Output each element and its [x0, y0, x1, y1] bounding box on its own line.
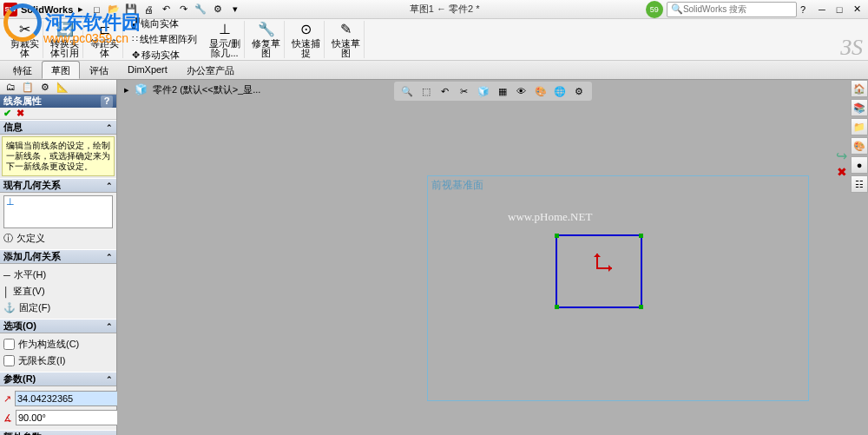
display-relations-button[interactable]: ⊥ 显示/删除几... — [206, 21, 245, 58]
view-toolbar: 🔍 ⬚ ↶ ✂ 🧊 ▦ 👁 🎨 🌐 ⚙ — [394, 82, 592, 101]
maximize-button[interactable]: □ — [832, 3, 847, 16]
help-icon[interactable]: ? — [800, 4, 806, 15]
cancel-sketch-icon[interactable]: ✖ — [837, 165, 847, 179]
source-watermark: 河东软件园 www.pc0359.cn — [3, 3, 141, 42]
relations-list[interactable]: ⊥ — [3, 195, 113, 228]
options-section-header[interactable]: 选项(O) ⌃ — [0, 319, 116, 333]
notification-badge[interactable]: 59 — [646, 1, 663, 18]
tab-sketch[interactable]: 草图 — [42, 61, 80, 79]
cancel-button[interactable]: ✖ — [16, 108, 24, 119]
existing-relations-header[interactable]: 现有几何关系 ⌃ — [0, 178, 116, 193]
sketch-rectangle[interactable] — [556, 234, 642, 308]
appearance-button[interactable]: 🎨 — [533, 83, 549, 99]
dim-tab-icon[interactable]: 📐 — [56, 80, 69, 94]
info-section-header[interactable]: 信息 ⌃ — [0, 120, 116, 135]
feature-tree-icon[interactable]: 🗂 — [3, 80, 17, 94]
qat-more-button[interactable]: ▾ — [227, 2, 243, 17]
zoom-fit-button[interactable]: 🔍 — [399, 83, 415, 99]
view-palette-tab[interactable]: 🎨 — [851, 137, 868, 155]
repair-icon: 🔧 — [258, 21, 275, 37]
extra-params-header[interactable]: 额外参数 — [0, 430, 116, 435]
prev-view-button[interactable]: ↶ — [437, 83, 453, 99]
redo-button[interactable]: ↷ — [175, 2, 191, 17]
minimize-button[interactable]: ─ — [814, 3, 830, 16]
collapse-icon: ⌃ — [106, 123, 113, 132]
confirm-corner-icon[interactable]: ↪ — [836, 148, 847, 164]
info-icon: ⓘ — [3, 232, 13, 245]
property-title: 线条属性 — [3, 95, 42, 108]
fix-relation-button[interactable]: ⚓固定(F) — [3, 300, 113, 316]
display-style-button[interactable]: ▦ — [495, 83, 510, 99]
command-tabs: 特征 草图 评估 DimXpert 办公室产品 — [0, 61, 868, 80]
length-icon: ↗ — [3, 393, 11, 405]
undo-button[interactable]: ↶ — [158, 2, 174, 17]
x-axis-icon — [596, 267, 612, 269]
file-explorer-tab[interactable]: 📁 — [851, 118, 868, 135]
options-button[interactable]: ⚙ — [210, 2, 226, 17]
manager-tabs: 🗂 📋 ⚙ 📐 — [0, 80, 116, 95]
collapse-icon: ⌃ — [106, 375, 113, 384]
expand-icon[interactable]: ▸ — [124, 84, 129, 96]
fix-icon: ⚓ — [3, 302, 16, 313]
view-settings-button[interactable]: ⚙ — [571, 83, 587, 99]
add-relations-body: ─水平(H) │竖直(V) ⚓固定(F) — [0, 264, 116, 319]
relation-anchor-icon: ⊥ — [6, 196, 15, 207]
horizontal-relation-button[interactable]: ─水平(H) — [3, 267, 113, 283]
search-icon: 🔍 — [671, 3, 683, 15]
search-input[interactable] — [683, 4, 793, 14]
search-box[interactable]: 🔍 — [667, 2, 797, 17]
angle-icon: ∡ — [3, 412, 12, 424]
watermark-text: www.pHome.NET — [508, 210, 592, 224]
section-view-button[interactable]: ✂ — [457, 83, 472, 99]
part-icon: 🧊 — [135, 83, 148, 96]
breadcrumb-text[interactable]: 零件2 (默认<<默认>_显... — [153, 83, 260, 96]
snap-icon: ⊙ — [300, 21, 312, 37]
move-icon: ✥ — [132, 49, 140, 61]
repair-sketch-button[interactable]: 🔧 修复草图 — [248, 21, 285, 58]
overlay-logo-icon — [3, 3, 42, 42]
collapse-icon: ⌃ — [106, 253, 113, 261]
main-area: 🗂 📋 ⚙ 📐 线条属性 ? ✔ ✖ 信息 ⌃ 编辑当前线条的设定，绘制一新线条… — [0, 80, 868, 435]
vertex-icon[interactable] — [639, 305, 643, 309]
print-button[interactable]: 🖨 — [141, 2, 156, 17]
vertical-relation-button[interactable]: │竖直(V) — [3, 283, 113, 300]
params-section-header[interactable]: 参数(R) ⌃ — [0, 372, 116, 386]
collapse-icon: ⌃ — [106, 181, 113, 190]
display-icon: ⊥ — [219, 21, 231, 37]
property-header: 线条属性 ? — [0, 95, 116, 108]
tab-evaluate[interactable]: 评估 — [80, 61, 118, 79]
confirm-row: ✔ ✖ — [0, 108, 116, 120]
params-body: ↗ ▲▼ ∡ ▲▼ — [0, 386, 116, 430]
overlay-url: www.pc0359.cn — [43, 31, 128, 45]
scene-button[interactable]: 🌐 — [552, 83, 568, 99]
config-tab-icon[interactable]: ⚙ — [38, 80, 52, 94]
ok-button[interactable]: ✔ — [3, 108, 11, 119]
add-relations-header[interactable]: 添加几何关系 ⌃ — [0, 249, 116, 264]
vertex-icon[interactable] — [555, 305, 559, 309]
infinite-checkbox[interactable] — [3, 355, 15, 366]
design-lib-tab[interactable]: 📚 — [851, 99, 868, 116]
construction-checkbox[interactable] — [3, 339, 15, 350]
tab-features[interactable]: 特征 — [3, 61, 42, 79]
rapid-icon: ✎ — [340, 21, 352, 37]
rebuild-button[interactable]: 🔧 — [193, 2, 208, 17]
appearances-tab[interactable]: ● — [851, 156, 868, 174]
resources-tab[interactable]: 🏠 — [851, 80, 868, 97]
graphics-viewport[interactable]: ▸ 🧊 零件2 (默认<<默认>_显... 🔍 ⬚ ↶ ✂ 🧊 ▦ 👁 🎨 🌐 … — [117, 80, 868, 435]
vertical-icon: │ — [3, 287, 10, 297]
hide-show-button[interactable]: 👁 — [514, 83, 529, 99]
tab-office[interactable]: 办公室产品 — [177, 61, 244, 79]
horizontal-icon: ─ — [3, 270, 10, 280]
property-tab-icon[interactable]: 📋 — [21, 80, 35, 94]
custom-props-tab[interactable]: ☷ — [851, 175, 868, 193]
close-button[interactable]: ✕ — [849, 3, 865, 16]
view-orient-button[interactable]: 🧊 — [476, 83, 491, 99]
under-defined-status: ⓘ 欠定义 — [3, 230, 113, 247]
zoom-area-button[interactable]: ⬚ — [418, 83, 434, 99]
rapid-sketch-button[interactable]: ✎ 快速草图 — [328, 21, 365, 58]
collapse-icon: ⌃ — [106, 322, 113, 331]
quick-snap-button[interactable]: ⊙ 快速捕捉 — [288, 21, 325, 58]
tab-dimxpert[interactable]: DimXpert — [118, 61, 177, 79]
property-help-icon[interactable]: ? — [101, 96, 113, 108]
document-title: 草图1 ← 零件2 * — [243, 3, 646, 16]
